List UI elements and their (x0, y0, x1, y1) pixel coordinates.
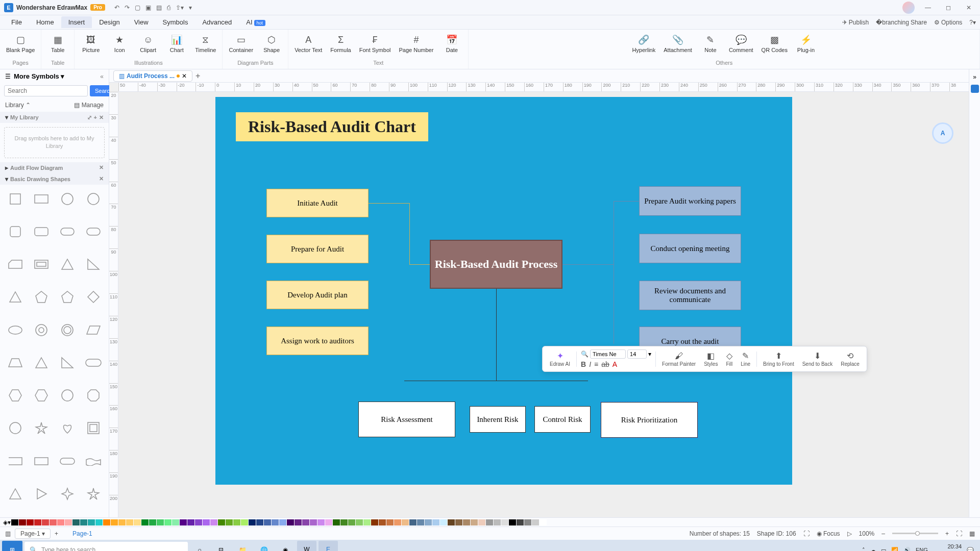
page-background[interactable]: Risk-Based Audit Chart Initiate Audit Pr… (215, 97, 792, 485)
color-swatch[interactable] (88, 519, 95, 525)
fill-dropper-icon[interactable]: ◈▾ (3, 519, 11, 526)
tray-onedrive-icon[interactable]: ☁ (870, 547, 876, 552)
timeline-button[interactable]: ⧖Timeline (195, 34, 216, 53)
qr-button[interactable]: ▩QR Codes (762, 34, 788, 53)
picture-button[interactable]: 🖼Picture (81, 34, 101, 53)
color-swatch[interactable] (210, 519, 217, 525)
color-swatch[interactable] (50, 519, 57, 525)
shape-pill2[interactable] (82, 221, 105, 242)
table-button[interactable]: ▦Table (47, 34, 68, 53)
box-review[interactable]: Review documents and communicate (639, 281, 741, 310)
shape-pill[interactable] (56, 221, 79, 242)
shape-halfrect2[interactable] (30, 451, 53, 471)
document-tab[interactable]: ▥ Audit Process ... ✕ (113, 70, 192, 82)
tab-close-icon[interactable]: ✕ (182, 72, 187, 80)
shape-tri4[interactable] (4, 484, 27, 504)
formula-button[interactable]: ΣFormula (330, 34, 351, 53)
color-swatch[interactable] (233, 519, 240, 525)
date-button[interactable]: 📅Date (442, 34, 462, 53)
shape-capsule[interactable] (56, 451, 79, 471)
color-swatch[interactable] (118, 519, 126, 525)
replace-button[interactable]: ⟲Replace (839, 350, 862, 368)
strike-button[interactable]: ab (601, 360, 609, 368)
color-swatch[interactable] (226, 519, 233, 525)
tray-lang[interactable]: ENG (916, 547, 928, 551)
qat-new-icon[interactable]: ▢ (135, 4, 140, 11)
qat-export-icon[interactable]: ⇪▾ (176, 4, 184, 11)
help-button[interactable]: ?▾ (969, 19, 976, 26)
shape-dec[interactable] (4, 418, 27, 438)
container-button[interactable]: ▭Container (229, 34, 253, 53)
color-swatch[interactable] (517, 519, 524, 525)
color-swatch[interactable] (65, 519, 72, 525)
menu-advanced[interactable]: Advanced (195, 16, 239, 28)
bring-front-button[interactable]: ⬆Bring to Front (761, 350, 796, 368)
fill-button[interactable]: ◇Fill (724, 350, 734, 368)
task-word-icon[interactable]: W (297, 541, 316, 551)
tray-volume-icon[interactable]: 🔊 (903, 547, 911, 552)
shape-pentagon2[interactable] (56, 287, 79, 307)
color-swatch[interactable] (532, 519, 539, 525)
blank-page-button[interactable]: ▢Blank Page (6, 34, 35, 53)
qat-more-icon[interactable]: ▾ (189, 4, 192, 11)
color-swatch[interactable] (134, 519, 141, 525)
section-close-icon[interactable]: ✕ (99, 164, 104, 171)
box-center[interactable]: Risk-Based Audit Process (430, 240, 562, 289)
audit-flow-header[interactable]: ▸ Audit Flow Diagram ✕ (0, 162, 109, 173)
add-tab-button[interactable]: + (195, 71, 200, 81)
color-swatch[interactable] (340, 519, 348, 525)
color-swatch[interactable] (111, 519, 118, 525)
format-painter-button[interactable]: 🖌Format Painter (660, 350, 698, 368)
collapse-sidebar-icon[interactable]: « (100, 73, 104, 80)
icon-button[interactable]: ★Icon (109, 34, 130, 53)
shape-snip[interactable] (4, 254, 27, 274)
plugin-button[interactable]: ⚡Plug-in (796, 34, 816, 53)
start-button[interactable]: ⊞ (2, 541, 22, 551)
line-button[interactable]: ✎Line (739, 350, 752, 368)
shape-button[interactable]: ⬡Shape (261, 34, 282, 53)
color-swatch[interactable] (325, 519, 332, 525)
shape-tri3[interactable] (30, 353, 53, 373)
shape-circle2[interactable] (82, 189, 105, 209)
shape-roundrect2[interactable] (30, 221, 53, 242)
tray-clock[interactable]: 20:3415-10-2023 (933, 543, 962, 551)
minimize-button[interactable]: — (921, 4, 935, 11)
box-inherent[interactable]: Inherent Risk (470, 406, 526, 433)
fullscreen-icon[interactable]: ⛶ (956, 530, 962, 537)
task-edraw-icon[interactable]: E (318, 541, 338, 551)
color-swatch[interactable] (509, 519, 516, 525)
lib-expand-icon[interactable]: ⤢ (87, 114, 92, 121)
box-assign[interactable]: Assign work to auditors (266, 327, 369, 355)
color-swatch[interactable] (42, 519, 49, 525)
library-dropdown[interactable]: Library ⌃ (5, 102, 31, 109)
shape-hex2[interactable] (30, 385, 53, 406)
menu-view[interactable]: View (127, 16, 156, 28)
color-swatch[interactable] (19, 519, 26, 525)
clipart-button[interactable]: ☺Clipart (138, 34, 158, 53)
shape-donut2[interactable] (56, 320, 79, 340)
color-swatch[interactable] (317, 519, 325, 525)
shape-roundrect[interactable] (4, 221, 27, 242)
box-initiate[interactable]: Initiate Audit (266, 189, 369, 217)
color-swatch[interactable] (356, 519, 363, 525)
color-swatch[interactable] (432, 519, 439, 525)
shape-rtriangle[interactable] (82, 254, 105, 274)
align-button[interactable]: ≡ (594, 360, 598, 368)
color-swatch[interactable] (141, 519, 149, 525)
task-edge-icon[interactable]: 🌐 (254, 541, 274, 551)
color-swatch[interactable] (310, 519, 317, 525)
color-swatch[interactable] (57, 519, 64, 525)
color-swatch[interactable] (386, 519, 394, 525)
tray-chevron-icon[interactable]: ˄ (862, 547, 865, 552)
color-swatch[interactable] (371, 519, 378, 525)
sidebar-title[interactable]: More Symbols ▾ (14, 72, 97, 80)
shape-square[interactable] (4, 189, 27, 209)
qat-open-icon[interactable]: ▣ (145, 4, 151, 11)
task-chrome-icon[interactable]: ◉ (276, 541, 295, 551)
italic-button[interactable]: I (589, 360, 591, 368)
color-swatch[interactable] (164, 519, 172, 525)
shape-circle[interactable] (56, 189, 79, 209)
color-swatch[interactable] (295, 519, 302, 525)
color-swatch[interactable] (455, 519, 462, 525)
color-swatch[interactable] (187, 519, 194, 525)
